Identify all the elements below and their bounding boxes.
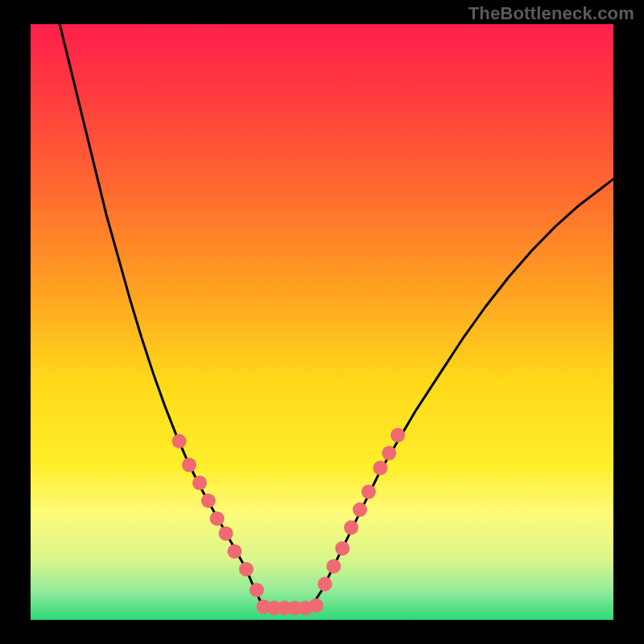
data-point	[373, 460, 387, 475]
data-point	[192, 476, 207, 490]
chart-stage: TheBottleneck.com	[0, 0, 644, 644]
data-point	[250, 583, 264, 597]
data-point	[361, 485, 376, 499]
data-point	[335, 541, 349, 555]
data-point	[182, 458, 196, 473]
data-point	[309, 598, 324, 613]
chart-svg	[0, 0, 644, 644]
attribution-label: TheBottleneck.com	[469, 3, 634, 24]
data-point	[318, 577, 332, 592]
data-point	[344, 520, 358, 535]
plot-background	[31, 24, 613, 620]
data-point	[172, 434, 187, 448]
data-point	[390, 428, 405, 443]
data-point	[227, 544, 242, 559]
data-point	[353, 502, 367, 517]
data-point	[239, 562, 254, 576]
data-point	[326, 559, 341, 573]
data-point	[219, 526, 233, 541]
data-point	[382, 446, 396, 460]
data-point	[201, 493, 216, 508]
data-point	[210, 511, 225, 526]
